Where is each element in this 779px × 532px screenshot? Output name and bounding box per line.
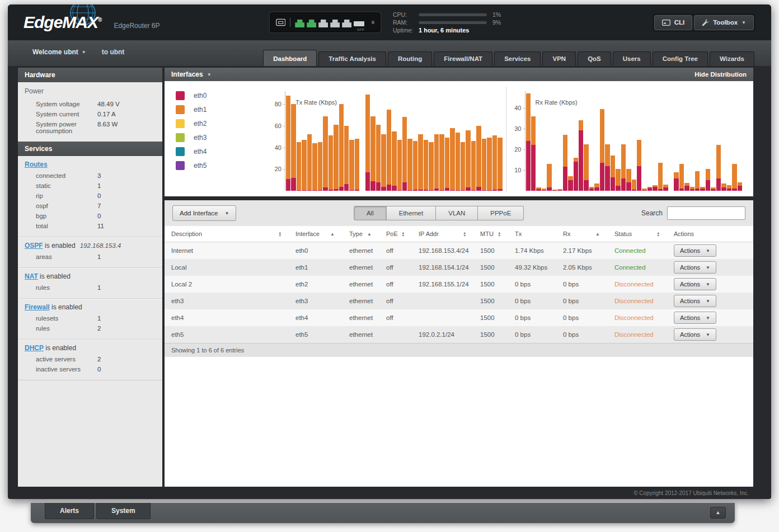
- bar-segment-eth1: [450, 128, 454, 190]
- bar-segment-eth0: [547, 187, 551, 191]
- bottom-tab-system[interactable]: System: [96, 503, 151, 519]
- actions-button[interactable]: Actions▼: [674, 328, 716, 341]
- welcome-user-menu[interactable]: Welcome ubnt: [32, 48, 78, 56]
- uptime-label: Uptime:: [393, 27, 419, 34]
- bar-segment-eth0: [365, 172, 370, 191]
- actions-button[interactable]: Actions▼: [674, 278, 716, 290]
- firewall-link[interactable]: Firewall: [25, 303, 50, 311]
- legend-swatch-eth3: [176, 133, 185, 142]
- hardware-row-value: 8.63 W: [97, 121, 156, 134]
- chart-bar: [700, 91, 705, 191]
- column-header-ip-addr[interactable]: IP Addr▴▾: [412, 226, 473, 242]
- actions-button[interactable]: Actions▼: [674, 295, 716, 307]
- tab-traffic-analysis[interactable]: Traffic Analysis: [318, 51, 386, 66]
- bar-segment-eth1: [476, 126, 481, 187]
- bar-segment-eth0: [392, 186, 396, 191]
- column-header-mtu[interactable]: MTU▴▾: [473, 226, 508, 242]
- tab-vpn[interactable]: VPN: [542, 51, 576, 66]
- cli-button[interactable]: CLI: [654, 15, 693, 30]
- terminal-icon: [662, 20, 670, 26]
- bar-segment-eth0: [584, 180, 588, 191]
- cell-mtu: 1500: [473, 247, 508, 254]
- cell-interface: eth5: [289, 331, 342, 338]
- ram-progressbar: [419, 21, 487, 24]
- tab-firewall-nat[interactable]: Firewall/NAT: [434, 51, 492, 66]
- chart-bar: [706, 91, 710, 191]
- bar-segment-eth1: [498, 138, 502, 189]
- bar-segment-eth1: [407, 139, 412, 190]
- tab-config-tree[interactable]: Config Tree: [653, 51, 708, 66]
- chart-bar: [727, 91, 731, 191]
- tab-dashboard[interactable]: Dashboard: [263, 50, 317, 66]
- cpu-value: 1%: [492, 11, 501, 18]
- sfp-port-icon: [354, 21, 364, 26]
- column-header-type[interactable]: Type▲: [342, 226, 379, 242]
- status-badge: Disconnected: [608, 298, 667, 304]
- hide-distribution-link[interactable]: Hide Distribution: [694, 71, 747, 78]
- ethernet-port-icon: [307, 20, 316, 27]
- routes-link[interactable]: Routes: [25, 161, 48, 168]
- filter-pppoe[interactable]: PPPoE: [478, 206, 524, 220]
- bottom-tab-alerts[interactable]: Alerts: [45, 503, 94, 519]
- tab-services[interactable]: Services: [494, 51, 541, 66]
- legend-swatch-eth5: [176, 161, 185, 170]
- bar-segment-eth0: [312, 190, 317, 191]
- column-header-status[interactable]: Status▴▾: [608, 226, 667, 242]
- chevron-down-icon: ▼: [224, 211, 229, 216]
- bar-segment-eth1: [727, 185, 731, 189]
- bar-segment-eth1: [679, 164, 684, 189]
- bar-segment-eth0: [574, 162, 578, 191]
- navbar: Welcome ubnt ▼ to ubnt DashboardTraffic …: [8, 40, 771, 66]
- chart-bar: [732, 91, 736, 191]
- column-header-rx[interactable]: Rx▲: [556, 226, 608, 242]
- add-interface-button[interactable]: Add Interface ▼: [172, 205, 236, 221]
- dhcp-link[interactable]: DHCP: [25, 344, 44, 352]
- bar-segment-eth0: [349, 190, 354, 191]
- collapse-panel-button[interactable]: ▲: [710, 507, 726, 519]
- welcome-area: Welcome ubnt ▼ to ubnt: [32, 48, 124, 56]
- service-row-value: 1: [97, 315, 156, 322]
- chevron-down-icon[interactable]: ▼: [82, 50, 86, 55]
- chart-bar: [466, 91, 470, 191]
- toolbox-button[interactable]: Toolbox ▼: [694, 15, 754, 30]
- interfaces-title-dropdown[interactable]: Interfaces ▼: [171, 70, 212, 78]
- bar-segment-eth0: [387, 185, 391, 191]
- bar-segment-eth1: [732, 164, 736, 189]
- sort-asc-icon: ▲: [367, 232, 372, 237]
- bar-segment-eth0: [568, 180, 572, 191]
- chart-bar: [397, 91, 402, 191]
- bar-segment-eth0: [700, 189, 705, 191]
- tab-qos[interactable]: QoS: [578, 51, 611, 66]
- bottom-bar: AlertsSystem ▲: [31, 503, 735, 523]
- sort-icon: ▴▾: [498, 231, 500, 237]
- column-header-poe[interactable]: PoE▴▾: [379, 226, 412, 242]
- chart-bar: [674, 91, 678, 191]
- column-header-description[interactable]: Description▴▾: [165, 226, 289, 242]
- bar-segment-eth1: [291, 104, 295, 178]
- actions-button[interactable]: Actions▼: [674, 312, 716, 324]
- tab-routing[interactable]: Routing: [388, 51, 432, 66]
- filter-vlan[interactable]: VLAN: [436, 206, 478, 220]
- column-header-interface[interactable]: Interface▲: [289, 226, 342, 242]
- cell-actions: Actions▼: [667, 261, 753, 274]
- nat-link[interactable]: NAT: [25, 272, 38, 280]
- actions-button[interactable]: Actions▼: [674, 244, 716, 257]
- bar-segment-eth1: [492, 135, 497, 190]
- bar-segment-eth0: [329, 190, 333, 191]
- search-input[interactable]: [667, 206, 745, 220]
- filter-all[interactable]: All: [354, 206, 387, 220]
- bar-segment-eth1: [334, 125, 338, 189]
- ospf-link[interactable]: OSPF: [25, 242, 43, 249]
- filter-ethernet[interactable]: Ethernet: [387, 206, 436, 220]
- chart-bar: [711, 91, 715, 191]
- sidebar: Hardware Power System voltage48.49 VSyst…: [18, 68, 162, 487]
- table-row: eth3eth3ethernetoff15000 bps0 bpsDisconn…: [165, 293, 753, 309]
- tab-wizards[interactable]: Wizards: [710, 51, 754, 66]
- cell-ip: 192.168.153.4/24: [412, 247, 473, 254]
- uptime-stat: Uptime: 1 hour, 6 minutes: [393, 26, 515, 34]
- bar-segment-eth0: [402, 182, 407, 191]
- bar-segment-eth0: [302, 190, 306, 191]
- table-empty-space: [165, 357, 753, 487]
- tab-users[interactable]: Users: [613, 51, 651, 66]
- actions-button[interactable]: Actions▼: [674, 261, 716, 274]
